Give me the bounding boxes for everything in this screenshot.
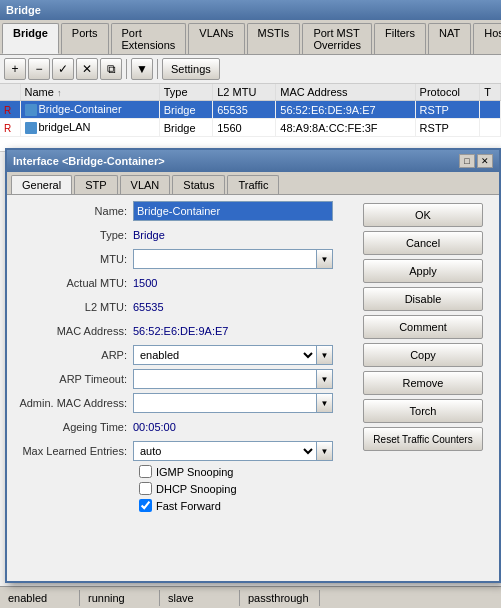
ageing-time-value: 00:05:00	[133, 421, 176, 433]
apply-button[interactable]: Apply	[363, 259, 483, 283]
status-passthrough: passthrough	[240, 590, 320, 606]
bridge-table: Name ↑ Type L2 MTU MAC Address Protocol …	[0, 84, 501, 152]
title-bar: Bridge	[0, 0, 501, 20]
dhcp-label: DHCP Snooping	[156, 483, 237, 495]
col-flag	[0, 84, 20, 101]
arp-timeout-label: ARP Timeout:	[13, 373, 133, 385]
admin-mac-row: Admin. MAC Address: ▼	[13, 393, 355, 413]
max-learned-dropdown-arrow[interactable]: ▼	[317, 441, 333, 461]
dhcp-checkbox[interactable]	[139, 482, 152, 495]
tab-port-mst-overrides[interactable]: Port MST Overrides	[302, 23, 372, 54]
table-row[interactable]: R bridgeLAN Bridge 1560 48:A9:8A:CC:FE:3…	[0, 119, 501, 137]
ageing-time-row: Ageing Time: 00:05:00	[13, 417, 355, 437]
col-l2mtu[interactable]: L2 MTU	[213, 84, 276, 101]
row-protocol: RSTP	[415, 119, 480, 137]
dialog-close-button[interactable]: ✕	[477, 154, 493, 168]
tab-vlans[interactable]: VLANs	[188, 23, 244, 54]
dialog-tab-stp[interactable]: STP	[74, 175, 117, 194]
dialog-tab-status[interactable]: Status	[172, 175, 225, 194]
admin-mac-input[interactable]	[133, 393, 317, 413]
col-t[interactable]: T	[480, 84, 501, 101]
cross-button[interactable]: ✕	[76, 58, 98, 80]
fast-forward-checkbox[interactable]	[139, 499, 152, 512]
actual-mtu-value: 1500	[133, 277, 157, 289]
tab-port-extensions[interactable]: Port Extensions	[111, 23, 187, 54]
check-button[interactable]: ✓	[52, 58, 74, 80]
arp-row: ARP: enabled disabled proxy-arp reply-on…	[13, 345, 355, 365]
dialog-minimize-button[interactable]: □	[459, 154, 475, 168]
arp-dropdown-arrow[interactable]: ▼	[317, 345, 333, 365]
row-name: bridgeLAN	[20, 119, 159, 137]
cancel-button[interactable]: Cancel	[363, 231, 483, 255]
toolbar: + − ✓ ✕ ⧉ ▼ Settings	[0, 55, 501, 84]
torch-button[interactable]: Torch	[363, 399, 483, 423]
tab-bridge[interactable]: Bridge	[2, 23, 59, 54]
disable-button[interactable]: Disable	[363, 287, 483, 311]
admin-mac-label: Admin. MAC Address:	[13, 397, 133, 409]
status-enabled: enabled	[0, 590, 80, 606]
max-learned-select[interactable]: auto	[133, 441, 317, 461]
mtu-row: MTU: ▼	[13, 249, 355, 269]
tab-ports[interactable]: Ports	[61, 23, 109, 54]
dialog-tab-vlan[interactable]: VLAN	[120, 175, 171, 194]
dialog-tab-general[interactable]: General	[11, 175, 72, 194]
fast-forward-row: Fast Forward	[13, 499, 355, 512]
arp-timeout-dropdown-arrow[interactable]: ▼	[317, 369, 333, 389]
toolbar-separator-2	[157, 59, 158, 79]
col-mac[interactable]: MAC Address	[276, 84, 415, 101]
remove-button[interactable]: −	[28, 58, 50, 80]
arp-timeout-row: ARP Timeout: ▼	[13, 369, 355, 389]
add-button[interactable]: +	[4, 58, 26, 80]
sort-arrow: ↑	[57, 88, 62, 98]
arp-timeout-input[interactable]	[133, 369, 317, 389]
admin-mac-select-container: ▼	[133, 393, 333, 413]
col-type[interactable]: Type	[159, 84, 213, 101]
copy-toolbar-button[interactable]: ⧉	[100, 58, 122, 80]
main-tab-bar: Bridge Ports Port Extensions VLANs MSTIs…	[0, 20, 501, 55]
row-type: Bridge	[159, 101, 213, 119]
copy-button[interactable]: Copy	[363, 343, 483, 367]
name-input[interactable]	[133, 201, 333, 221]
max-learned-row: Max Learned Entries: auto ▼	[13, 441, 355, 461]
ageing-time-label: Ageing Time:	[13, 421, 133, 433]
row-mac: 48:A9:8A:CC:FE:3F	[276, 119, 415, 137]
fast-forward-label: Fast Forward	[156, 500, 221, 512]
igmp-checkbox[interactable]	[139, 465, 152, 478]
igmp-row: IGMP Snooping	[13, 465, 355, 478]
mtu-dropdown-arrow[interactable]: ▼	[317, 249, 333, 269]
col-protocol[interactable]: Protocol	[415, 84, 480, 101]
tab-hosts[interactable]: Hosts	[473, 23, 501, 54]
mtu-input[interactable]	[133, 249, 317, 269]
type-label: Type:	[13, 229, 133, 241]
tab-filters[interactable]: Filters	[374, 23, 426, 54]
tab-nat[interactable]: NAT	[428, 23, 471, 54]
dialog-title-text: Interface <Bridge-Container>	[13, 155, 165, 167]
row-flag: R	[0, 119, 20, 137]
dialog-tab-traffic[interactable]: Traffic	[227, 175, 279, 194]
max-learned-label: Max Learned Entries:	[13, 445, 133, 457]
settings-button[interactable]: Settings	[162, 58, 220, 80]
mac-value: 56:52:E6:DE:9A:E7	[133, 325, 228, 337]
remove-button[interactable]: Remove	[363, 371, 483, 395]
mtu-select-container: ▼	[133, 249, 333, 269]
tab-mstis[interactable]: MSTIs	[247, 23, 301, 54]
mac-row: MAC Address: 56:52:E6:DE:9A:E7	[13, 321, 355, 341]
col-name[interactable]: Name ↑	[20, 84, 159, 101]
window-title: Bridge	[6, 4, 41, 16]
comment-button[interactable]: Comment	[363, 315, 483, 339]
status-bar: enabled running slave passthrough	[0, 586, 501, 608]
type-value: Bridge	[133, 229, 165, 241]
dialog-title-buttons: □ ✕	[459, 154, 493, 168]
table-row[interactable]: R Bridge-Container Bridge 65535 56:52:E6…	[0, 101, 501, 119]
arp-select[interactable]: enabled disabled proxy-arp reply-only	[133, 345, 317, 365]
filter-button[interactable]: ▼	[131, 58, 153, 80]
admin-mac-dropdown-arrow[interactable]: ▼	[317, 393, 333, 413]
reset-traffic-button[interactable]: Reset Traffic Counters	[363, 427, 483, 451]
max-learned-select-container: auto ▼	[133, 441, 333, 461]
row-name: Bridge-Container	[20, 101, 159, 119]
ok-button[interactable]: OK	[363, 203, 483, 227]
arp-select-container: enabled disabled proxy-arp reply-only ▼	[133, 345, 333, 365]
status-slave: slave	[160, 590, 240, 606]
status-running: running	[80, 590, 160, 606]
type-row: Type: Bridge	[13, 225, 355, 245]
